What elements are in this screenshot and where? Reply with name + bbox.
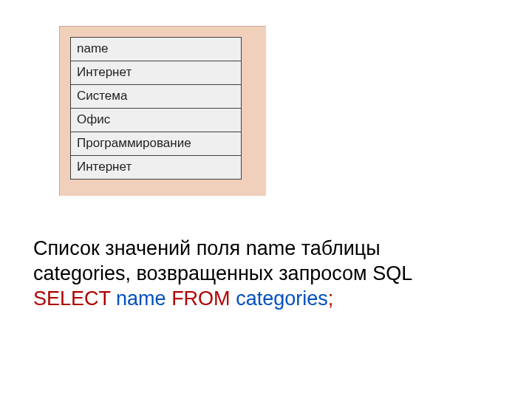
table-row: Интернет xyxy=(70,61,242,84)
sql-terminator: ; xyxy=(328,287,334,310)
result-table: name Интернет Система Офис Программирова… xyxy=(70,37,242,180)
table-row: Программирование xyxy=(70,132,242,155)
sql-column-name: name xyxy=(116,287,166,310)
caption-block: Список значений поля name таблицы catego… xyxy=(33,236,521,311)
caption-line-2: categories, возвращенных запросом SQL xyxy=(33,262,521,287)
table-row: Система xyxy=(70,84,242,108)
table-row: Интернет xyxy=(70,155,242,180)
result-table-figure: name Интернет Система Офис Программирова… xyxy=(59,26,266,196)
table-row: Офис xyxy=(70,108,242,132)
sql-table-name: categories xyxy=(236,287,328,310)
sql-keyword-from: FROM xyxy=(171,287,230,310)
caption-line-1: Список значений поля name таблицы xyxy=(33,236,521,262)
sql-keyword-select: SELECT xyxy=(33,287,111,310)
column-header: name xyxy=(70,37,242,61)
sql-statement: SELECT name FROM categories; xyxy=(33,287,521,312)
